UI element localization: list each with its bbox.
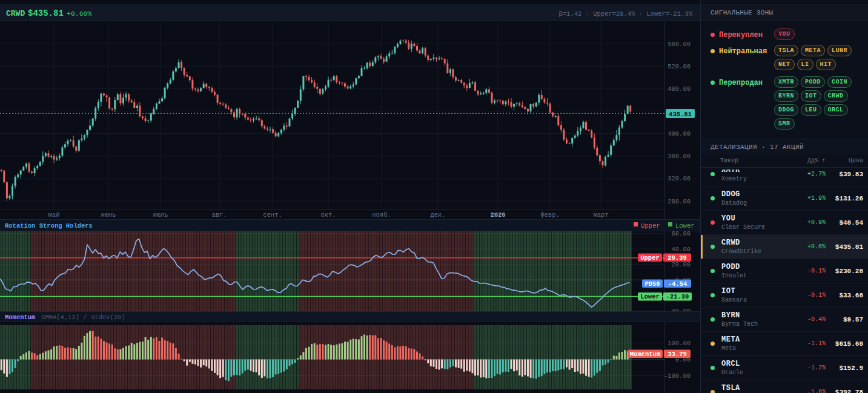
svg-text:май: май <box>48 211 60 219</box>
svg-text:-4.54: -4.54 <box>668 280 687 288</box>
svg-text:Rotation Strong Holders: Rotation Strong Holders <box>5 222 93 230</box>
svg-text:окт.: окт. <box>320 211 336 219</box>
svg-text:PD50: PD50 <box>644 280 660 288</box>
svg-text:дек.: дек. <box>430 211 445 219</box>
svg-text:-100.00: -100.00 <box>664 372 691 380</box>
svg-text:-21.30: -21.30 <box>666 293 689 300</box>
svg-text:июнь: июнь <box>101 211 116 219</box>
svg-text:320.00: 320.00 <box>668 175 691 182</box>
svg-text:нояб.: нояб. <box>372 211 391 219</box>
svg-text:сент.: сент. <box>263 211 282 219</box>
svg-text:Upper: Upper <box>640 254 660 262</box>
svg-text:480.00: 480.00 <box>668 85 691 93</box>
svg-text:Upper: Upper <box>641 222 660 230</box>
svg-text:2026: 2026 <box>490 211 505 219</box>
svg-text:400.00: 400.00 <box>668 130 691 137</box>
svg-text:360.00: 360.00 <box>668 153 691 160</box>
svg-text:β=1.42 · Upper=28.4% · Lower=-: β=1.42 · Upper=28.4% · Lower=-21.3% <box>558 10 692 18</box>
svg-text:+0.60%: +0.60% <box>67 10 92 18</box>
svg-text:Lower: Lower <box>640 293 660 300</box>
svg-text:28.39: 28.39 <box>668 254 687 262</box>
svg-text:33.79: 33.79 <box>668 351 687 358</box>
svg-text:40.00: 40.00 <box>671 246 691 253</box>
svg-text:60.00: 60.00 <box>671 230 691 237</box>
svg-text:280.00: 280.00 <box>668 198 691 205</box>
svg-text:435.81: 435.81 <box>669 111 692 118</box>
svg-text:520.00: 520.00 <box>668 63 691 70</box>
svg-text:20.00: 20.00 <box>671 261 691 268</box>
svg-text:100.00: 100.00 <box>668 340 691 347</box>
svg-text:Lower: Lower <box>675 222 695 230</box>
svg-text:$435.81: $435.81 <box>28 8 64 18</box>
svg-text:март: март <box>593 211 608 219</box>
svg-text:SMMA(4,12) / stdev(20): SMMA(4,12) / stdev(20) <box>41 314 125 321</box>
svg-text:Momentum: Momentum <box>5 314 35 321</box>
svg-text:560.00: 560.00 <box>668 41 691 48</box>
svg-text:Momentum: Momentum <box>630 351 660 358</box>
svg-text:CRWD: CRWD <box>6 9 25 18</box>
svg-text:авг.: авг. <box>211 211 227 219</box>
svg-text:февр.: февр. <box>540 211 560 219</box>
svg-text:июль: июль <box>153 211 168 219</box>
